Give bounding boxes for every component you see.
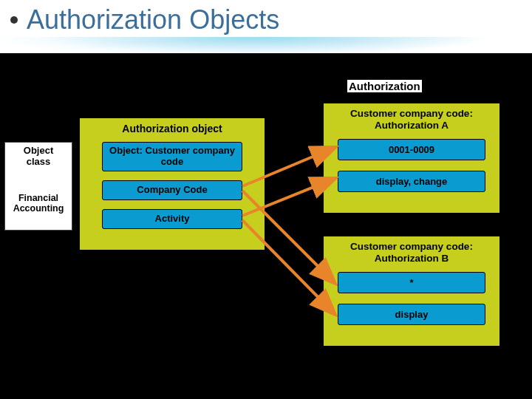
object-class-value-line1: Financial: [18, 193, 58, 203]
slide-title: Authorization Objects: [27, 4, 279, 35]
authorization-b-title: Customer company code: Authorization B: [334, 241, 489, 265]
authorization-b-value-company-code: *: [338, 272, 485, 293]
authorization-a-panel: Customer company code: Authorization A 0…: [324, 103, 499, 213]
authorization-b-panel: Customer company code: Authorization B *…: [324, 236, 499, 346]
object-class-box: Object class Financial Accounting: [4, 142, 72, 231]
object-class-value-line2: Accounting: [13, 203, 64, 214]
field-activity: Activity: [102, 209, 242, 229]
field-company-code: Company Code: [102, 180, 242, 200]
object-class-value: Financial Accounting: [5, 193, 72, 214]
title-bar: Authorization Objects: [0, 0, 532, 53]
object-class-header-line1: Object: [24, 145, 53, 156]
authorization-b-value-activity: display: [338, 304, 485, 325]
bullet-icon: [10, 16, 18, 24]
authorization-object-panel: Authorization object Object: Customer co…: [80, 118, 265, 250]
authorization-a-title: Customer company code: Authorization A: [334, 108, 489, 132]
object-class-header-line2: class: [27, 156, 51, 167]
authorization-object-title: Authorization object: [93, 123, 251, 134]
object-class-header: Object class: [5, 146, 72, 168]
authorization-a-value-company-code: 0001-0009: [338, 139, 485, 160]
object-chip: Object: Customer company code: [102, 142, 242, 171]
authorization-a-value-activity: display, change: [338, 171, 485, 192]
authorization-section-label: Authorization: [347, 80, 422, 92]
